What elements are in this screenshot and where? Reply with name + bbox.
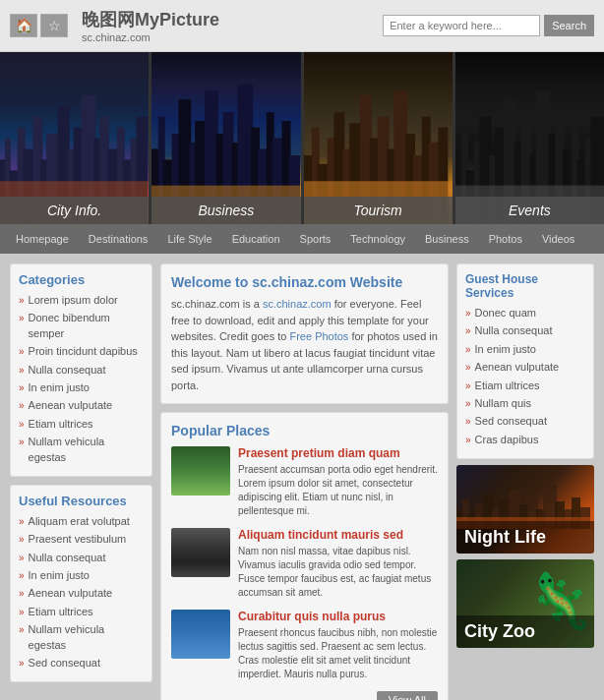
place-title-3[interactable]: Curabitur quis nulla purus: [238, 610, 438, 623]
list-item[interactable]: »Sed consequat: [465, 414, 585, 429]
search-area: Search: [383, 15, 594, 36]
site-url: sc.chinaz.com: [82, 31, 219, 43]
nav-destinations[interactable]: Destinations: [79, 224, 158, 254]
arrow-icon: »: [19, 312, 25, 325]
navbar: Homepage Destinations Life Style Educati…: [0, 224, 604, 254]
nav-business[interactable]: Business: [415, 224, 479, 254]
resources-box: Useful Resources »Aliquam erat volutpat …: [10, 485, 152, 683]
list-item[interactable]: »Etiam ultrices: [19, 605, 144, 619]
header-icons: 🏠 ☆: [10, 14, 68, 37]
hero-label-1: City Info.: [0, 197, 149, 224]
arrow-icon: »: [19, 533, 25, 547]
list-item[interactable]: »Nullam vehicula egestas: [19, 435, 144, 465]
nav-sports[interactable]: Sports: [290, 224, 341, 254]
arrow-icon: »: [465, 379, 471, 393]
cityzoo-label: City Zoo: [456, 615, 594, 648]
list-item[interactable]: »Nulla consequat: [465, 323, 585, 338]
nav-technology[interactable]: Technology: [340, 224, 415, 254]
arrow-icon: »: [19, 623, 25, 637]
nightlife-label: Night Life: [456, 521, 594, 554]
list-item[interactable]: »Sed consequat: [19, 656, 144, 671]
arrow-icon: »: [19, 345, 25, 359]
arrow-icon: »: [19, 294, 25, 308]
popular-title: Popular Places: [171, 423, 438, 438]
list-item[interactable]: »Nullam vehicula egestas: [19, 622, 144, 653]
arrow-icon: »: [465, 397, 471, 411]
place-item-2: Aliquam tincidunt mauris sed Nam non nis…: [171, 528, 438, 600]
list-item[interactable]: »Lorem ipsum dolor: [19, 293, 144, 308]
list-item[interactable]: »Etiam ultrices: [19, 417, 144, 432]
list-item[interactable]: »Aenean vulputate: [19, 398, 144, 413]
arrow-icon: »: [465, 324, 471, 338]
list-item[interactable]: »Nulla consequat: [19, 363, 144, 378]
list-item[interactable]: »Etiam ultrices: [465, 379, 585, 393]
nav-photos[interactable]: Photos: [479, 224, 532, 254]
arrow-icon: »: [465, 343, 471, 357]
arrow-icon: »: [19, 436, 25, 449]
hero-panel-events[interactable]: Events: [455, 52, 604, 224]
arrow-icon: »: [19, 657, 25, 671]
search-input[interactable]: [383, 15, 540, 36]
place-info-1: Praesent pretium diam quam Praesent accu…: [238, 446, 438, 518]
home-icon[interactable]: 🏠: [10, 14, 37, 37]
place-title-2[interactable]: Aliquam tincidunt mauris sed: [238, 528, 438, 542]
guest-title: Guest House Services: [465, 272, 585, 300]
view-all-button[interactable]: View All: [377, 691, 438, 700]
nav-education[interactable]: Education: [222, 224, 290, 254]
search-button[interactable]: Search: [544, 15, 594, 36]
list-item[interactable]: »In enim justo: [465, 342, 585, 357]
list-item[interactable]: »Praesent vestibulum: [19, 532, 144, 547]
list-item[interactable]: »Donec bibendum semper: [19, 311, 144, 341]
list-item[interactable]: »Cras dapibus: [465, 433, 585, 447]
nav-videos[interactable]: Videos: [532, 224, 584, 254]
welcome-text: sc.chinaz.com is a sc.chinaz.com for eve…: [171, 296, 438, 393]
nav-lifestyle[interactable]: Life Style: [157, 224, 221, 254]
cityzoo-card[interactable]: 🦎 City Zoo: [456, 559, 594, 648]
place-text-1: Praesent accumsan porta odio eget hendre…: [238, 463, 438, 518]
place-thumb-2: [171, 528, 230, 577]
place-thumb-3: [171, 610, 230, 659]
list-item[interactable]: »Aenean vulputate: [19, 586, 144, 601]
arrow-icon: »: [19, 587, 25, 601]
hero-panel-business[interactable]: Business: [151, 52, 303, 224]
view-all-area: View All: [171, 691, 438, 700]
place-thumb-1: [171, 446, 230, 496]
welcome-box: Welcome to sc.chinaz.com Website sc.chin…: [160, 263, 449, 404]
logo: 晚图网MyPicture: [82, 8, 219, 31]
header-left: 🏠 ☆ 晚图网MyPicture sc.chinaz.com: [10, 8, 219, 43]
hero-panel-cityinfo[interactable]: City Info.: [0, 52, 151, 224]
nav-homepage[interactable]: Homepage: [6, 224, 79, 254]
header: 🏠 ☆ 晚图网MyPicture sc.chinaz.com Search: [0, 0, 604, 52]
place-title-1[interactable]: Praesent pretium diam quam: [238, 446, 438, 460]
nightlife-card[interactable]: Night Life: [456, 465, 594, 554]
welcome-link[interactable]: sc.chinaz.com: [263, 298, 332, 310]
hero-panel-tourism[interactable]: Tourism: [304, 52, 455, 224]
list-item[interactable]: »Proin tincidunt dapibus: [19, 344, 144, 359]
right-sidebar: Guest House Services »Donec quam »Nulla …: [456, 263, 594, 700]
site-info: 晚图网MyPicture sc.chinaz.com: [82, 8, 219, 43]
guest-box: Guest House Services »Donec quam »Nulla …: [456, 263, 594, 459]
list-item[interactable]: »Aliquam erat volutpat: [19, 514, 144, 529]
left-sidebar: Categories »Lorem ipsum dolor »Donec bib…: [10, 263, 152, 700]
popular-box: Popular Places Praesent pretium diam qua…: [160, 412, 449, 700]
hero-section: City Info.: [0, 52, 604, 224]
list-item[interactable]: »In enim justo: [19, 568, 144, 583]
list-item[interactable]: »Nullam quis: [465, 396, 585, 411]
list-item[interactable]: »Donec quam: [465, 306, 585, 321]
list-item[interactable]: »Nulla consequat: [19, 551, 144, 565]
place-item-1: Praesent pretium diam quam Praesent accu…: [171, 446, 438, 518]
place-text-2: Nam non nisl massa, vitae dapibus nisl. …: [238, 545, 438, 600]
list-item[interactable]: »In enim justo: [19, 380, 144, 395]
main-content: Categories »Lorem ipsum dolor »Donec bib…: [0, 254, 604, 700]
center-content: Welcome to sc.chinaz.com Website sc.chin…: [160, 263, 449, 700]
arrow-icon: »: [19, 418, 25, 432]
arrow-icon: »: [19, 606, 25, 619]
arrow-icon: »: [465, 415, 471, 429]
arrow-icon: »: [19, 569, 25, 583]
place-info-2: Aliquam tincidunt mauris sed Nam non nis…: [238, 528, 438, 600]
free-photos-link[interactable]: Free Photos: [289, 330, 348, 342]
arrow-icon: »: [19, 552, 25, 565]
list-item[interactable]: »Aenean vulputate: [465, 360, 585, 375]
bookmark-icon[interactable]: ☆: [40, 14, 68, 37]
hero-label-2: Business: [151, 197, 300, 224]
